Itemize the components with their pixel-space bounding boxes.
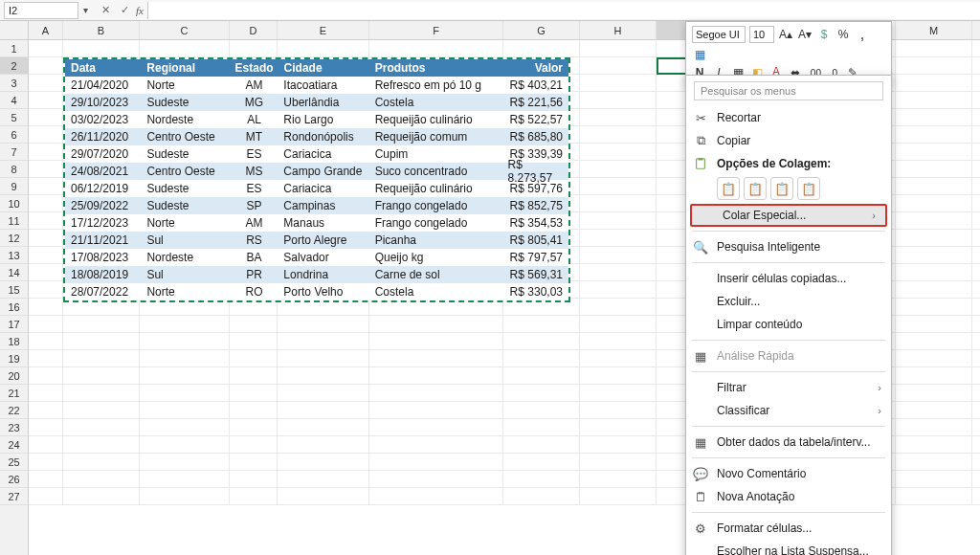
cell-cidade: Rondonópolis [278,128,368,145]
cell-produtos: Queijo kg [369,249,502,266]
menu-get-table-data[interactable]: ▦ Obter dados da tabela/interv... [686,431,891,454]
row-header[interactable]: 16 [0,299,28,316]
paste-normal-icon[interactable]: 📋 [717,177,740,200]
menu-clear-contents[interactable]: Limpar conteúdo [686,313,891,336]
row-header[interactable]: 18 [0,333,28,350]
col-header[interactable]: B [63,21,140,39]
paste-transpose-icon[interactable]: 📋 [797,177,820,200]
table-row[interactable]: 18/08/2019SulPRLondrinaCarne de solR$ 56… [65,266,568,283]
increase-font-icon[interactable]: A▴ [778,27,793,42]
cell-estado: MG [231,94,278,111]
row-header[interactable]: 24 [0,436,28,454]
font-name-input[interactable]: Segoe UI [692,26,746,43]
menu-format-cells[interactable]: ⚙ Formatar células... [686,517,891,540]
row-header[interactable]: 11 [0,212,28,230]
col-header[interactable]: M [896,21,972,39]
cell-valor: R$ 685,80 [502,128,569,145]
paste-formulas-icon[interactable]: 📋 [770,177,793,200]
percent-format-icon[interactable]: % [835,27,851,42]
menu-insert-copied[interactable]: Inserir células copiadas... [686,267,891,290]
fx-icon[interactable]: fx [136,5,144,16]
cell-regional: Centro Oeste [141,163,230,180]
menu-paste-special[interactable]: Colar Especial... › [690,204,887,227]
row-header[interactable]: 7 [0,144,28,161]
row-header[interactable]: 26 [0,471,28,488]
table-row[interactable]: 29/10/2023SudesteMGUberlândiaCostelaR$ 2… [65,94,568,111]
col-header[interactable]: E [278,21,369,39]
decrease-font-icon[interactable]: A▾ [797,27,813,42]
paste-values-icon[interactable]: 📋 [744,177,767,200]
row-header[interactable]: 9 [0,178,28,195]
menu-new-comment[interactable]: 💬 Novo Comentário [686,462,891,485]
select-all-triangle[interactable] [0,21,29,39]
row-header[interactable]: 8 [0,161,28,178]
separator [692,512,885,513]
menu-sort[interactable]: Classificar › [686,399,891,422]
col-header[interactable]: F [369,21,503,39]
cell-estado: SP [231,197,278,214]
confirm-icon[interactable]: ✓ [117,3,132,18]
row-header[interactable]: 25 [0,454,28,471]
formula-input[interactable] [147,2,980,19]
row-header[interactable]: 27 [0,488,28,505]
row-header[interactable]: 20 [0,367,28,385]
table-row[interactable]: 06/12/2019SudesteESCariacicaRequeijão cu… [65,180,568,197]
col-header[interactable]: G [503,21,580,39]
name-box[interactable]: I2 [4,2,78,19]
row-header[interactable]: 21 [0,385,28,402]
col-header[interactable]: A [29,21,63,39]
table-row[interactable]: 26/11/2020Centro OesteMTRondonópolisRequ… [65,128,568,145]
cell-estado: AL [231,111,278,128]
cell-produtos: Carne de sol [369,266,502,283]
row-header[interactable]: 12 [0,230,28,247]
menu-new-note[interactable]: 🗒 Nova Anotação [686,485,891,508]
table-row[interactable]: 21/04/2020NorteAMItacoatiaraRefresco em … [65,77,568,94]
row-header[interactable]: 15 [0,281,28,299]
menu-copy[interactable]: ⧉ Copiar [686,129,891,152]
comma-format-icon[interactable]: , [855,27,870,42]
cell-data: 24/08/2021 [65,163,141,180]
menu-pick-list[interactable]: Escolher na Lista Suspensa... [686,540,891,555]
row-header[interactable]: 17 [0,316,28,333]
cell-produtos: Cupim [369,145,502,163]
row-header[interactable]: 5 [0,109,28,126]
col-header[interactable]: H [580,21,657,39]
table-row[interactable]: 29/07/2020SudesteESCariacicaCupimR$ 339,… [65,145,568,163]
col-header[interactable]: D [230,21,278,39]
cell-regional: Nordeste [141,111,230,128]
name-box-dropdown-icon[interactable]: ▾ [78,5,92,15]
row-header[interactable]: 2 [0,57,28,75]
row-header[interactable]: 10 [0,195,28,212]
menu-cut[interactable]: ✂ Recortar [686,106,891,129]
menu-smart-lookup[interactable]: 🔍 Pesquisa Inteligente [686,235,891,258]
row-header[interactable]: 1 [0,40,28,57]
cell-produtos: Costela [369,94,502,111]
row-header[interactable]: 13 [0,247,28,264]
row-header[interactable]: 3 [0,75,28,92]
font-size-input[interactable]: 10 [749,26,774,43]
cell-regional: Sudeste [141,180,230,197]
cancel-icon[interactable]: ✕ [98,3,113,18]
table-row[interactable]: 17/08/2023NordesteBASalvadorQueijo kgR$ … [65,249,568,266]
row-header[interactable]: 22 [0,402,28,419]
menu-search-input[interactable]: Pesquisar os menus [694,81,883,100]
accounting-format-icon[interactable]: $ [816,27,832,42]
row-header[interactable]: 6 [0,126,28,144]
row-header[interactable]: 23 [0,419,28,436]
table-row[interactable]: 28/07/2022NorteROPorto VelhoCostelaR$ 33… [65,283,568,300]
row-header[interactable]: 14 [0,264,28,281]
formula-bar: I2 ▾ ✕ ✓ fx [0,0,980,21]
cell-estado: ES [231,180,278,197]
table-row[interactable]: 03/02/2023NordesteALRio LargoRequeijão c… [65,111,568,128]
col-header[interactable]: C [140,21,230,39]
menu-filter[interactable]: Filtrar › [686,376,891,399]
row-header[interactable]: 4 [0,92,28,109]
table-row[interactable]: 17/12/2023NorteAMManausFrango congeladoR… [65,214,568,232]
conditional-format-icon[interactable]: ▦ [692,47,707,62]
table-row[interactable]: 25/09/2022SudesteSPCampinasFrango congel… [65,197,568,214]
row-header[interactable]: 19 [0,350,28,367]
note-icon: 🗒 [692,488,709,505]
menu-delete[interactable]: Excluir... [686,290,891,313]
table-row[interactable]: 24/08/2021Centro OesteMSCampo GrandeSuco… [65,163,568,180]
table-row[interactable]: 21/11/2021SulRSPorto AlegrePicanhaR$ 805… [65,232,568,249]
